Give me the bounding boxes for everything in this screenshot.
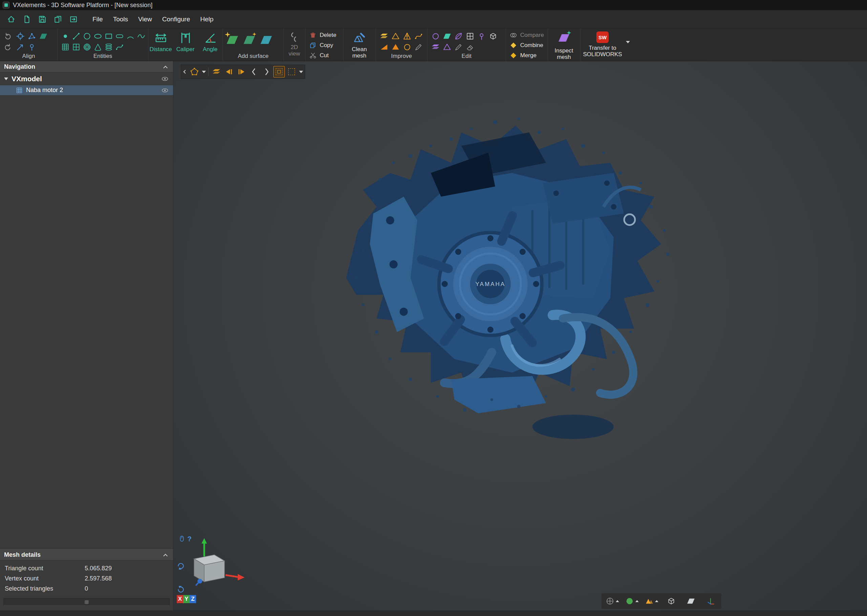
flip-selection-left-button[interactable] bbox=[223, 66, 235, 77]
flip-selection-right-button[interactable] bbox=[236, 66, 247, 77]
edit-surface-icon[interactable] bbox=[443, 32, 452, 41]
combine-label: Combine bbox=[520, 42, 543, 49]
new-session-button[interactable] bbox=[19, 12, 35, 27]
window-title: VXelements - 3D Software Platform - [New… bbox=[13, 2, 153, 9]
merge-button[interactable]: Merge bbox=[507, 50, 546, 61]
display-triangles-dropdown-icon[interactable] bbox=[655, 600, 658, 602]
transfer-dropdown-button[interactable] bbox=[625, 42, 631, 51]
distance-button[interactable]: Distance bbox=[148, 28, 173, 61]
add-surface-manual-icon[interactable] bbox=[260, 33, 273, 47]
entity-circle-icon[interactable] bbox=[83, 32, 91, 41]
display-smooth-dropdown-icon[interactable] bbox=[635, 600, 639, 602]
clip-previous-button[interactable] bbox=[248, 66, 260, 77]
menu-help[interactable]: Help bbox=[195, 10, 219, 28]
add-surface-wizard-icon[interactable] bbox=[225, 33, 239, 47]
mesh-node-icon bbox=[16, 86, 23, 94]
toolbar-collapse-button[interactable] bbox=[183, 66, 187, 78]
menu-configure[interactable]: Configure bbox=[157, 10, 195, 28]
restore-session-button[interactable] bbox=[66, 12, 81, 27]
transfer-solidworks-button[interactable]: SW Transfer to SOLIDWORKS bbox=[581, 28, 625, 61]
entity-point-icon[interactable] bbox=[61, 32, 70, 41]
menu-file[interactable]: File bbox=[87, 10, 108, 28]
edit-pencil-icon[interactable] bbox=[454, 42, 463, 52]
mesh-visibility-eye-icon[interactable] bbox=[161, 86, 169, 94]
collapse-navigation-icon[interactable] bbox=[163, 66, 168, 70]
align-surface-icon[interactable] bbox=[39, 32, 48, 41]
improve-boundary-icon[interactable] bbox=[414, 32, 423, 41]
edit-extract-icon[interactable] bbox=[431, 42, 440, 52]
menu-view[interactable]: View bbox=[133, 10, 157, 28]
display-triangles-button[interactable] bbox=[644, 595, 660, 608]
align-target-icon[interactable] bbox=[16, 32, 25, 41]
improve-fill-holes-icon[interactable] bbox=[380, 32, 389, 41]
undo-icon[interactable] bbox=[3, 32, 12, 41]
collapse-mesh-details-icon[interactable] bbox=[163, 554, 168, 558]
entity-spline-icon[interactable] bbox=[137, 32, 146, 41]
tree-root-vxmodel[interactable]: VXmodel bbox=[0, 72, 173, 85]
delete-button[interactable]: Delete bbox=[307, 30, 342, 40]
edit-leaf-icon[interactable] bbox=[454, 32, 463, 41]
display-texture-dropdown-icon[interactable] bbox=[616, 600, 619, 602]
zoom-region-button[interactable] bbox=[273, 66, 285, 77]
improve-sculpt-icon[interactable] bbox=[414, 42, 423, 52]
add-surface-auto-icon[interactable] bbox=[242, 33, 256, 47]
combine-button[interactable]: Combine bbox=[507, 40, 546, 50]
improve-remesh-icon[interactable] bbox=[403, 32, 411, 41]
edit-split-icon[interactable] bbox=[466, 32, 475, 41]
expand-caret-icon[interactable] bbox=[4, 77, 8, 80]
edit-measure-icon[interactable] bbox=[477, 32, 486, 41]
selection-tool-dropdown[interactable] bbox=[201, 66, 206, 78]
display-smooth-button[interactable] bbox=[624, 595, 640, 608]
entity-sphere-icon[interactable] bbox=[83, 42, 91, 52]
menu-tools[interactable]: Tools bbox=[108, 10, 133, 28]
copy-button[interactable]: Copy bbox=[307, 40, 342, 50]
align-points-icon[interactable] bbox=[27, 32, 36, 41]
entity-ellipse-icon[interactable] bbox=[93, 32, 102, 41]
display-flat-button[interactable] bbox=[683, 595, 699, 608]
display-axes-button[interactable] bbox=[702, 595, 719, 608]
vxmodel-visibility-eye-icon[interactable] bbox=[161, 75, 169, 83]
orientation-cube[interactable] bbox=[182, 538, 247, 596]
mesh-details-panel: Mesh details Triangle count 5.065.829 Ve… bbox=[0, 549, 173, 611]
clean-mesh-button[interactable]: Clean mesh bbox=[343, 28, 375, 61]
compare-button[interactable]: Compare bbox=[507, 30, 546, 40]
edit-blob-icon[interactable] bbox=[431, 32, 440, 41]
entity-slot-icon[interactable] bbox=[115, 32, 124, 41]
caliper-button[interactable]: Caliper bbox=[173, 28, 198, 61]
zoom-fit-button[interactable] bbox=[286, 66, 297, 77]
entity-plane-grid-icon[interactable] bbox=[61, 42, 70, 52]
align-move-icon[interactable] bbox=[16, 42, 25, 52]
cut-button[interactable]: Cut bbox=[307, 50, 342, 61]
improve-subdivide-icon[interactable] bbox=[391, 42, 400, 52]
edit-mirror-icon[interactable] bbox=[489, 32, 497, 41]
improve-smooth-icon[interactable] bbox=[403, 42, 411, 52]
edit-triangle-icon[interactable] bbox=[443, 42, 452, 52]
selection-tool-button[interactable] bbox=[189, 66, 200, 77]
entity-cone-icon[interactable] bbox=[93, 42, 102, 52]
display-wireframe-button[interactable] bbox=[663, 595, 680, 608]
edit-eraser-icon[interactable] bbox=[466, 42, 475, 52]
entity-curve-icon[interactable] bbox=[115, 42, 124, 52]
entity-stack-icon[interactable] bbox=[104, 42, 113, 52]
improve-decimate-icon[interactable] bbox=[380, 42, 389, 52]
display-texture-button[interactable] bbox=[604, 595, 620, 608]
tree-item-mesh[interactable]: Naba motor 2 bbox=[0, 85, 173, 95]
3d-viewport[interactable]: YAMAHA bbox=[173, 61, 867, 611]
clip-next-button[interactable] bbox=[261, 66, 272, 77]
entity-arc-icon[interactable] bbox=[126, 32, 135, 41]
2d-view-button[interactable]: 2D view bbox=[284, 28, 305, 61]
angle-button[interactable]: Angle bbox=[198, 28, 222, 61]
entity-cylinder-grid-icon[interactable] bbox=[72, 42, 80, 52]
toolbar-more-dropdown[interactable] bbox=[298, 66, 304, 78]
entity-line-icon[interactable] bbox=[72, 32, 80, 41]
2d-view-label-2: view bbox=[288, 50, 300, 57]
redo-icon[interactable] bbox=[3, 42, 12, 52]
entity-rectangle-icon[interactable] bbox=[104, 32, 113, 41]
improve-defeature-icon[interactable] bbox=[391, 32, 400, 41]
align-pin-icon[interactable] bbox=[27, 42, 36, 52]
visibility-layers-button[interactable] bbox=[211, 66, 222, 77]
inspect-mesh-button[interactable]: Inspect mesh bbox=[548, 28, 580, 61]
home-button[interactable] bbox=[3, 12, 19, 27]
copy-session-button[interactable] bbox=[50, 12, 66, 27]
save-session-button[interactable] bbox=[35, 12, 50, 27]
